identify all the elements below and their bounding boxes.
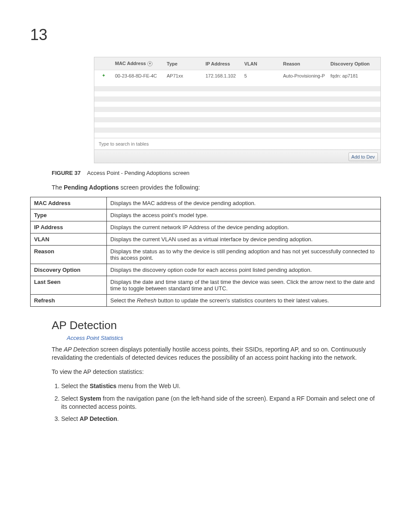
section-paragraph: To view the AP detection statistics:	[52, 368, 381, 376]
table-row[interactable]: ✦ 00-23-68-8D-FE-4C AP71xx 172.168.1.102…	[94, 70, 380, 81]
intro-text: The Pending Adoptions screen provides th…	[52, 184, 381, 191]
def-desc: Displays the current network IP Address …	[107, 221, 381, 233]
table-row	[94, 133, 380, 138]
def-term: Type	[31, 209, 107, 221]
def-row: Type Displays the access point's model t…	[31, 209, 381, 221]
pending-adoptions-table: MAC Address▾ Type IP Address VLAN Reason…	[94, 57, 380, 149]
screenshot-footer: Add to Dev	[94, 149, 380, 163]
def-term: Discovery Option	[31, 264, 107, 276]
add-to-device-button[interactable]: Add to Dev	[349, 152, 378, 161]
section-heading: AP Detection	[52, 319, 381, 332]
def-row: MAC Address Displays the MAC address of …	[31, 197, 381, 209]
table-row	[94, 91, 380, 96]
def-desc: Displays the current VLAN used as a virt…	[107, 233, 381, 246]
def-desc: Select the Refresh button to update the …	[107, 295, 381, 307]
def-row: Refresh Select the Refresh button to upd…	[31, 295, 381, 307]
pending-adoptions-screenshot: MAC Address▾ Type IP Address VLAN Reason…	[94, 57, 381, 163]
def-term: Refresh	[31, 295, 107, 307]
step-item: Select AP Detection.	[61, 415, 381, 423]
col-type[interactable]: Type	[164, 57, 203, 70]
table-row	[94, 107, 380, 112]
cell-type: AP71xx	[164, 70, 203, 81]
col-reason[interactable]: Reason	[280, 57, 328, 70]
col-mac[interactable]: MAC Address▾	[112, 57, 164, 70]
def-row: Discovery Option Displays the discovery …	[31, 264, 381, 276]
col-ip[interactable]: IP Address	[203, 57, 242, 70]
col-discovery[interactable]: Discovery Option	[328, 57, 380, 70]
sort-icon[interactable]: ▾	[147, 61, 153, 66]
status-up-icon: ✦	[102, 73, 106, 78]
table-row	[94, 81, 380, 86]
figure-title: Access Point - Pending Adoptions screen	[87, 170, 190, 176]
def-desc: Displays the status as to why the device…	[107, 246, 381, 264]
cell-mac: 00-23-68-8D-FE-4C	[112, 70, 164, 81]
table-row	[94, 122, 380, 128]
step-item: Select the Statistics menu from the Web …	[61, 382, 381, 390]
def-row: Last Seen Displays the date and time sta…	[31, 276, 381, 295]
table-row	[94, 128, 380, 133]
def-row: Reason Displays the status as to why the…	[31, 246, 381, 264]
section-paragraph: The AP Detection screen displays potenti…	[52, 345, 381, 362]
table-row	[94, 102, 380, 107]
steps-list: Select the Statistics menu from the Web …	[52, 382, 381, 423]
def-desc: Displays the date and time stamp of the …	[107, 276, 381, 295]
table-search-input[interactable]	[98, 140, 177, 147]
table-row	[94, 112, 380, 117]
figure-caption: FIGURE 37 Access Point - Pending Adoptio…	[52, 170, 381, 176]
def-desc: Displays the MAC address of the device p…	[107, 197, 381, 209]
chapter-number: 13	[30, 26, 381, 44]
def-term: Last Seen	[31, 276, 107, 295]
cell-reason: Auto-Provisioning-P	[280, 70, 328, 81]
cell-discovery: fqdn: ap7181	[328, 70, 380, 81]
def-row: IP Address Displays the current network …	[31, 221, 381, 233]
def-term: Reason	[31, 246, 107, 264]
table-row	[94, 117, 380, 122]
breadcrumb-link[interactable]: Access Point Statistics	[67, 335, 381, 341]
def-row: VLAN Displays the current VLAN used as a…	[31, 233, 381, 246]
figure-number: FIGURE 37	[52, 170, 81, 176]
table-row	[94, 96, 380, 102]
def-term: IP Address	[31, 221, 107, 233]
col-vlan[interactable]: VLAN	[242, 57, 280, 70]
definition-table: MAC Address Displays the MAC address of …	[30, 197, 381, 307]
cell-ip: 172.168.1.102	[203, 70, 242, 81]
table-row	[94, 86, 380, 91]
def-term: VLAN	[31, 233, 107, 246]
cell-vlan: 5	[242, 70, 280, 81]
col-status[interactable]	[94, 57, 112, 70]
col-mac-label: MAC Address	[115, 61, 146, 66]
def-desc: Displays the discovery option code for e…	[107, 264, 381, 276]
def-term: MAC Address	[31, 197, 107, 209]
def-desc: Displays the access point's model type.	[107, 209, 381, 221]
step-item: Select System from the navigation pane (…	[61, 395, 381, 411]
